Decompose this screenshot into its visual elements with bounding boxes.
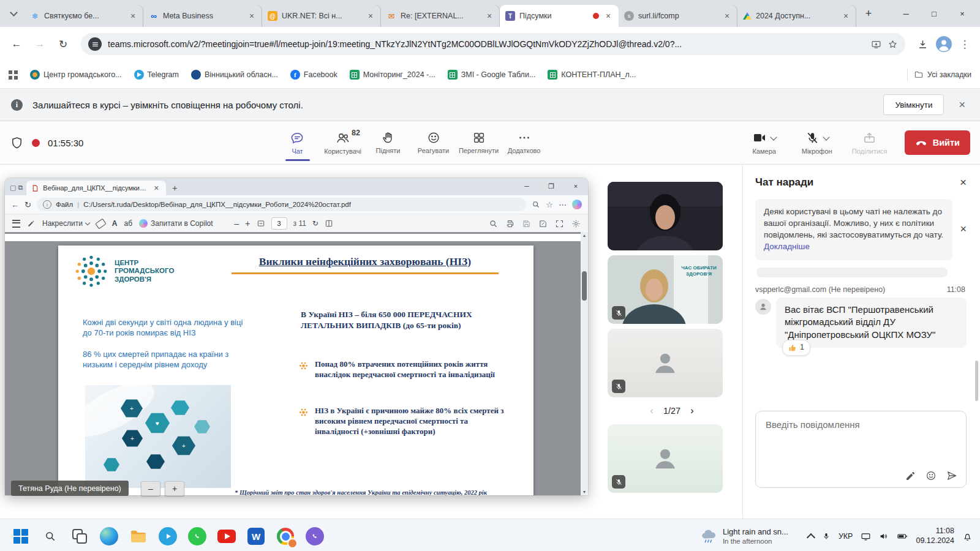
enable-notifications-button[interactable]: Увімкнути (883, 94, 944, 115)
tab-search-button[interactable] (5, 5, 22, 22)
battery-icon[interactable] (897, 531, 908, 542)
speaker-icon[interactable] (879, 531, 889, 541)
chat-close-icon[interactable]: × (960, 176, 967, 189)
cast-display-icon[interactable] (861, 531, 871, 542)
zoom-out-button[interactable]: – (141, 481, 160, 496)
page-number-input[interactable]: 3 (271, 217, 287, 230)
edge-new-tab-button[interactable]: + (172, 183, 177, 193)
chat-scrollbar-thumb[interactable] (975, 361, 978, 401)
ask-copilot-button[interactable]: Запитати в Copilot (139, 219, 213, 228)
tray-mic-icon[interactable] (822, 532, 831, 541)
tab-close-icon[interactable]: × (247, 11, 257, 21)
camera-button[interactable]: Камера (738, 121, 791, 164)
tab-close-icon[interactable]: × (841, 11, 851, 21)
notice-dismiss-icon[interactable]: × (960, 223, 967, 236)
zoom-in-icon[interactable]: + (245, 219, 250, 228)
mic-dropdown-icon[interactable] (823, 133, 829, 140)
edge-back-icon[interactable]: ← (11, 200, 19, 209)
previous-page-icon[interactable]: ‹ (650, 405, 654, 417)
browser-tab[interactable]: @ UKR.NET: Всі н... × (262, 5, 381, 27)
edge-address-field[interactable]: i Файл | C:/Users/t.ruda/Desktop/Вебінар… (37, 198, 526, 211)
browser-tab[interactable]: ∞ Meta Business × (143, 5, 262, 27)
eraser-icon[interactable] (95, 218, 107, 229)
save-icon[interactable] (522, 219, 531, 228)
browser-tab[interactable]: ✉ Re: [EXTERNAL... × (381, 5, 500, 27)
camera-dropdown-icon[interactable] (771, 133, 777, 140)
tab-close-icon[interactable]: × (722, 11, 732, 21)
youtube-button[interactable] (213, 523, 240, 550)
next-page-icon[interactable]: › (690, 405, 694, 417)
video-tile-avatar[interactable] (608, 424, 723, 493)
message-input[interactable] (764, 419, 950, 430)
print-icon[interactable] (505, 219, 514, 228)
view-button[interactable]: Переглянути (456, 121, 502, 164)
react-button[interactable]: Реагувати (411, 121, 456, 164)
pdf-scrollbar-thumb[interactable] (582, 271, 587, 301)
favorite-star-icon[interactable]: ☆ (546, 200, 553, 209)
video-tile-avatar[interactable] (608, 329, 723, 397)
taskbar-clock[interactable]: 11:08 09.12.2024 (916, 527, 954, 545)
bookmark-item[interactable]: КОНТЕНТ-ПЛАН_л... (548, 70, 636, 80)
edge-copilot-icon[interactable] (572, 200, 582, 209)
browser-tab[interactable]: 2024 Доступн... × (737, 5, 856, 27)
reload-button[interactable]: ↻ (53, 34, 74, 54)
learn-more-link[interactable]: Докладніше (764, 242, 810, 251)
forward-button[interactable]: → (29, 34, 50, 54)
notification-bell-icon[interactable] (962, 531, 973, 542)
draw-tool[interactable]: Накреслити (42, 219, 89, 228)
viber-button[interactable] (301, 523, 328, 550)
window-maximize-button[interactable]: □ (920, 0, 948, 27)
zoom-out-icon[interactable]: – (235, 219, 239, 228)
file-explorer-button[interactable] (125, 523, 152, 550)
edge-reload-icon[interactable]: ↻ (24, 200, 31, 209)
apps-grid-icon[interactable] (9, 70, 18, 80)
edge-tab[interactable]: Вебінар_для_ЦКПХ__підсумки_Р... × (26, 181, 166, 195)
downloads-icon[interactable] (913, 39, 932, 50)
bookmark-star-icon[interactable] (888, 39, 898, 50)
taskbar-search-button[interactable] (37, 523, 64, 550)
fit-page-icon[interactable] (257, 219, 265, 228)
browser-menu-icon[interactable]: ⋮ (956, 38, 974, 51)
edge-close-button[interactable]: × (564, 178, 588, 194)
highlighter-icon[interactable] (27, 219, 36, 228)
weather-widget[interactable]: Light rain and sn... In the afternoon (700, 527, 788, 546)
tray-expand-icon[interactable] (807, 533, 815, 542)
save-as-icon[interactable] (538, 219, 548, 228)
page-view-icon[interactable] (325, 219, 333, 228)
all-bookmarks-button[interactable]: Усі закладки (914, 70, 971, 80)
emoji-icon[interactable] (925, 470, 937, 481)
send-icon[interactable] (946, 470, 957, 481)
site-info-icon[interactable] (88, 37, 102, 51)
word-button[interactable]: W (243, 523, 270, 550)
text-tool[interactable]: A (112, 219, 118, 228)
browser-tab[interactable]: ❄ Святкуємо бе... × (24, 5, 143, 27)
zoom-search-icon[interactable] (532, 200, 540, 209)
bookmark-item[interactable]: Центр громадського... (30, 70, 122, 80)
search-icon[interactable] (489, 219, 498, 228)
tab-close-icon[interactable]: × (484, 11, 494, 21)
tab-close-icon[interactable]: × (603, 11, 613, 21)
new-tab-button[interactable]: + (860, 5, 877, 22)
scroll-up-icon[interactable]: ▲ (582, 233, 587, 238)
rotate-icon[interactable]: ↻ (312, 219, 318, 228)
browser-tab-active[interactable]: T Підсумки × (500, 5, 619, 27)
window-close-button[interactable]: × (948, 0, 976, 27)
more-button[interactable]: Додатково (502, 121, 547, 164)
edge-more-icon[interactable]: ⋯ (559, 200, 567, 209)
pdf-contents-icon[interactable] (12, 220, 20, 228)
message-reaction[interactable]: 1 (782, 340, 810, 356)
participants-button[interactable]: 82 Користувачі (320, 121, 366, 164)
infobar-close-icon[interactable]: × (959, 99, 965, 111)
install-app-icon[interactable] (871, 39, 881, 50)
telegram-button[interactable] (154, 523, 181, 550)
chrome-button[interactable] (272, 523, 299, 550)
bookmark-item[interactable]: Моніторинг_2024 -... (350, 70, 435, 80)
share-button[interactable]: Поділитися (843, 121, 896, 164)
edge-taskbar-button[interactable] (96, 523, 123, 550)
message-composer[interactable] (755, 411, 967, 488)
leave-meeting-button[interactable]: Вийти (905, 130, 970, 155)
address-bar[interactable]: teams.microsoft.com/v2/?meetingjoin=true… (81, 33, 905, 55)
task-view-button[interactable] (66, 523, 93, 550)
tab-close-icon[interactable]: × (128, 11, 138, 21)
language-indicator[interactable]: УКР (839, 532, 853, 541)
